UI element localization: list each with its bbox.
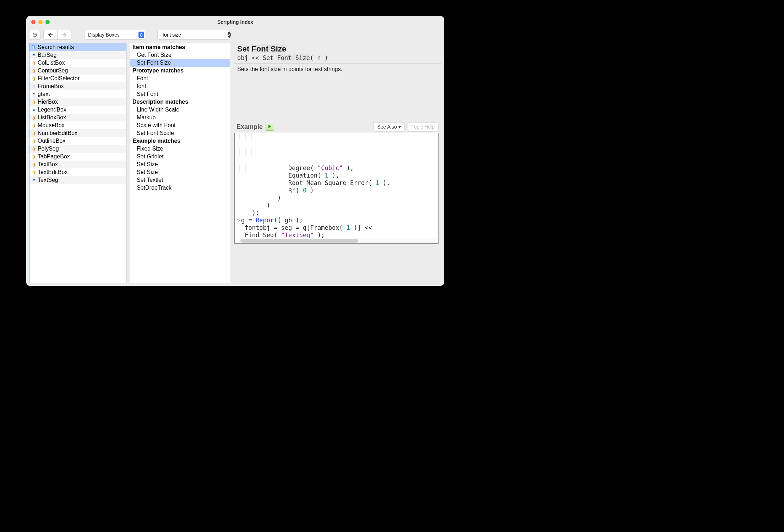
- window-controls: [31, 20, 50, 24]
- topic-select-label: Display Boxes: [88, 32, 120, 38]
- doc-title: Set Font Size: [237, 44, 438, 54]
- ex-matches-header: Example matches: [130, 137, 230, 145]
- list-item[interactable]: «LegendBox: [29, 106, 126, 114]
- parens-icon: (): [31, 146, 37, 152]
- search-results-row[interactable]: Search results: [29, 43, 126, 51]
- match-item[interactable]: Scale with Font: [130, 121, 230, 129]
- window-title: Scripting Index: [26, 19, 444, 25]
- detail-pane: Set Font Size obj << Set Font Size( n ) …: [234, 43, 441, 283]
- list-item[interactable]: «BarSeg: [29, 51, 126, 59]
- match-list[interactable]: Item name matches Get Font SizeSet Font …: [130, 43, 230, 283]
- clear-search-button[interactable]: ✕: [228, 32, 231, 38]
- match-item[interactable]: Set Font Scale: [130, 129, 230, 137]
- search-results-label: Search results: [38, 44, 74, 50]
- list-item-label: FrameBox: [38, 83, 64, 89]
- list-item[interactable]: ()FilterColSelector: [29, 75, 126, 82]
- example-label: Example: [236, 123, 263, 131]
- list-item[interactable]: ()OutlineBox: [29, 137, 126, 145]
- match-item[interactable]: Get Font Size: [130, 51, 230, 59]
- svg-line-5: [34, 48, 36, 49]
- list-item[interactable]: ()TabPageBox: [29, 153, 126, 161]
- titlebar: Scripting Index: [26, 16, 444, 28]
- code-example[interactable]: Degree( "Cubic" ), Equation( 1 ), Root M…: [234, 133, 439, 244]
- chevrons-icon: «: [31, 52, 37, 58]
- parens-icon: (): [31, 123, 37, 128]
- parens-icon: (): [31, 99, 37, 105]
- maximize-button[interactable]: [45, 20, 50, 24]
- content-area: Search results «BarSeg()ColListBox()Cont…: [26, 43, 444, 286]
- category-list[interactable]: Search results «BarSeg()ColListBox()Cont…: [29, 43, 126, 283]
- list-item-label: TextSeg: [38, 177, 58, 183]
- desc-matches-header: Description matches: [130, 98, 230, 106]
- chevrons-icon: «: [31, 83, 37, 89]
- list-item[interactable]: ()MouseBox: [29, 121, 126, 129]
- list-item[interactable]: ()TextBox: [29, 161, 126, 168]
- match-item[interactable]: Set Font Size: [130, 59, 230, 67]
- list-item-label: LegendBox: [38, 107, 66, 113]
- proto-matches-header: Prototype matches: [130, 67, 230, 75]
- parens-icon: (): [31, 130, 37, 136]
- run-example-button[interactable]: [266, 123, 274, 131]
- svg-point-4: [32, 45, 35, 48]
- match-item[interactable]: Set Size: [130, 168, 230, 176]
- match-item[interactable]: font: [130, 82, 230, 90]
- list-item[interactable]: ()HierBox: [29, 98, 126, 106]
- home-button[interactable]: [29, 30, 40, 40]
- close-button[interactable]: [31, 20, 36, 24]
- list-item[interactable]: «FrameBox: [29, 82, 126, 90]
- match-item[interactable]: Set Textlet: [130, 176, 230, 184]
- match-item[interactable]: Set Font: [130, 90, 230, 98]
- list-item-label: NumberEditBox: [38, 130, 77, 136]
- match-item[interactable]: Markup: [130, 114, 230, 121]
- doc-header: Set Font Size obj << Set Font Size( n ) …: [234, 43, 441, 75]
- parens-icon: (): [31, 154, 37, 159]
- horizontal-scrollbar[interactable]: [240, 238, 437, 243]
- search-input[interactable]: [162, 32, 225, 38]
- parens-icon: (): [31, 138, 37, 144]
- list-item[interactable]: ()ContourSeg: [29, 67, 126, 75]
- match-item[interactable]: Set Gridlet: [130, 153, 230, 161]
- see-also-button[interactable]: See Also ▾: [373, 122, 404, 131]
- topic-help-button[interactable]: Topic Help: [408, 122, 439, 131]
- parens-icon: (): [31, 162, 37, 167]
- parens-icon: (): [31, 68, 37, 74]
- list-item[interactable]: ()TextEditBox: [29, 168, 126, 176]
- list-item-label: ListBoxBox: [38, 114, 66, 121]
- list-item[interactable]: «TextSeg: [29, 176, 126, 184]
- list-item[interactable]: ()PolySeg: [29, 145, 126, 153]
- chevrons-icon: «: [31, 91, 37, 97]
- back-button[interactable]: [43, 30, 58, 40]
- parens-icon: (): [31, 60, 37, 66]
- list-item-label: PolySeg: [38, 146, 59, 152]
- chevron-updown-icon: [138, 32, 144, 38]
- list-item-label: FilterColSelector: [38, 75, 80, 82]
- item-matches-header: Item name matches: [130, 43, 230, 51]
- list-item-label: HierBox: [38, 99, 58, 105]
- list-item-label: TabPageBox: [38, 153, 70, 160]
- list-item-label: OutlineBox: [38, 138, 65, 144]
- list-item-label: gtext: [38, 91, 50, 97]
- list-item[interactable]: ()NumberEditBox: [29, 129, 126, 137]
- match-item[interactable]: Set Size: [130, 161, 230, 168]
- forward-button[interactable]: [58, 30, 71, 40]
- app-window: Scripting Index Display Boxes ✕: [26, 16, 444, 286]
- list-item[interactable]: «gtext: [29, 90, 126, 98]
- parens-icon: (): [31, 76, 37, 81]
- list-item-label: BarSeg: [38, 52, 56, 58]
- list-item[interactable]: ()ListBoxBox: [29, 114, 126, 121]
- list-item[interactable]: ()ColListBox: [29, 59, 126, 67]
- match-item[interactable]: Line Width Scale: [130, 106, 230, 114]
- search-field[interactable]: ✕: [157, 30, 230, 40]
- topic-select[interactable]: Display Boxes: [84, 30, 146, 40]
- list-item-label: ColListBox: [38, 60, 65, 66]
- parens-icon: (): [31, 115, 37, 120]
- toolbar: Display Boxes ✕: [26, 28, 444, 43]
- chevrons-icon: «: [31, 177, 37, 183]
- doc-signature: obj << Set Font Size( n ): [237, 54, 438, 61]
- match-item[interactable]: Fixed Size: [130, 145, 230, 153]
- minimize-button[interactable]: [38, 20, 43, 24]
- match-item[interactable]: SetDropTrack: [130, 184, 230, 192]
- nav-buttons: [43, 30, 71, 40]
- match-item[interactable]: Font: [130, 75, 230, 82]
- list-item-label: ContourSeg: [38, 67, 68, 74]
